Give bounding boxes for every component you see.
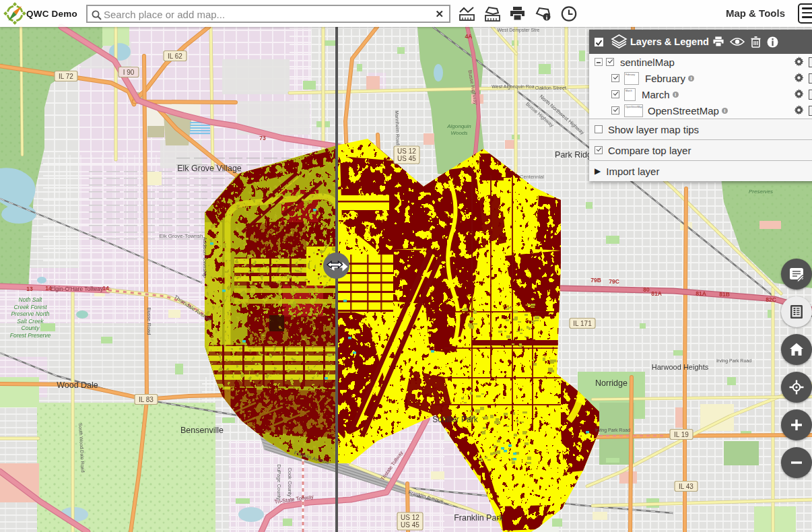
svg-text:81A: 81A	[651, 290, 662, 297]
svg-text:US 12: US 12	[397, 147, 416, 155]
svg-text:Elk Grove-Townsh: Elk Grove-Townsh	[160, 233, 203, 239]
svg-text:14: 14	[102, 285, 109, 292]
svg-text:IL 72: IL 72	[59, 73, 73, 80]
svg-text:Preserve North: Preserve North	[11, 310, 49, 317]
svg-text:Creek Forest: Creek Forest	[13, 304, 47, 310]
svg-text:79B: 79B	[590, 277, 601, 284]
svg-text:Harwood Heights: Harwood Heights	[652, 363, 709, 371]
svg-text:Franklin Park: Franklin Park	[454, 513, 504, 523]
svg-text:Norridge: Norridge	[595, 378, 628, 388]
svg-text:13: 13	[26, 286, 33, 292]
svg-text:Addison Township: Addison Township	[202, 237, 208, 277]
svg-text:82C: 82C	[766, 296, 776, 303]
svg-text:Elk Grove Village: Elk Grove Village	[177, 164, 242, 173]
svg-text:79C: 79C	[609, 278, 619, 285]
svg-text:County: County	[22, 325, 40, 331]
svg-text:Irving Park Road: Irving Park Road	[595, 428, 630, 433]
svg-text:Wood Dale: Wood Dale	[57, 380, 98, 390]
svg-text:80: 80	[643, 286, 650, 293]
svg-text:US 12: US 12	[401, 514, 419, 521]
svg-text:Forest Preserve: Forest Preserve	[10, 332, 51, 339]
svg-text:Busse Road: Busse Road	[146, 308, 152, 335]
svg-text:81A: 81A	[696, 290, 706, 297]
svg-text:Salt Creek: Salt Creek	[17, 318, 44, 325]
svg-text:Centennial: Centennial	[520, 174, 544, 180]
svg-text:Schiller Park: Schiller Park	[432, 415, 478, 424]
svg-text:14: 14	[45, 285, 52, 292]
svg-text:Cook County: Cook County	[287, 467, 293, 497]
svg-text:IL 62: IL 62	[168, 53, 182, 60]
svg-text:73: 73	[259, 135, 266, 141]
svg-text:IL 43: IL 43	[679, 483, 693, 490]
svg-text:DuPage County: DuPage County	[276, 465, 282, 500]
svg-text:US 45: US 45	[401, 521, 419, 529]
svg-text:Elgin-O'Hare Tollway: Elgin-O'Hare Tollway	[50, 286, 104, 292]
svg-text:Algonquin: Algonquin	[446, 123, 471, 129]
svg-text:Oakton Street: Oakton Street	[535, 85, 567, 91]
svg-text:Preserves: Preserves	[749, 189, 773, 195]
svg-text:Noth Salt: Noth Salt	[19, 296, 43, 303]
svg-text:4A: 4A	[465, 33, 473, 40]
svg-text:81B: 81B	[719, 291, 730, 298]
svg-text:Bensenville: Bensenville	[180, 426, 224, 435]
svg-text:Irving Park Road: Irving Park Road	[716, 358, 751, 364]
svg-text:I 90: I 90	[123, 69, 135, 76]
svg-text:West Dempster Stre: West Dempster Stre	[498, 28, 540, 33]
svg-text:Woods: Woods	[451, 130, 468, 136]
svg-text:West Algonquin Roa: West Algonquin Roa	[492, 84, 534, 90]
svg-text:US 45: US 45	[397, 155, 416, 162]
svg-text:IL 171: IL 171	[573, 320, 592, 327]
svg-text:IL 83: IL 83	[139, 396, 154, 403]
svg-text:IL 19: IL 19	[674, 431, 689, 438]
